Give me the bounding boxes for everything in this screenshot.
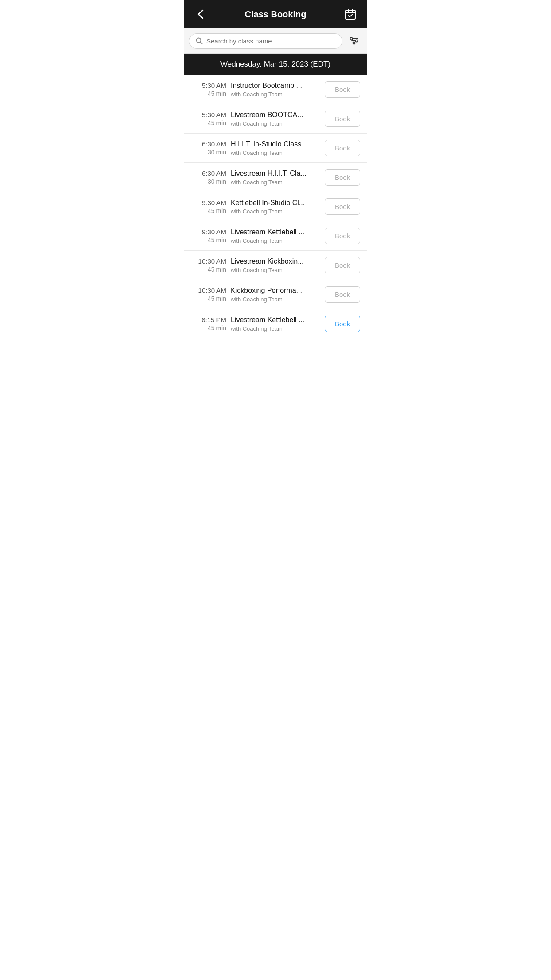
class-time-main: 6:30 AM — [191, 140, 226, 148]
svg-line-5 — [201, 42, 202, 44]
class-time-duration: 45 min — [191, 119, 226, 126]
class-time-duration: 30 min — [191, 149, 226, 156]
svg-point-11 — [353, 42, 355, 44]
search-bar — [184, 28, 367, 54]
svg-rect-0 — [346, 10, 355, 19]
class-name: Livestream Kettlebell ... — [231, 228, 320, 236]
search-input-wrapper[interactable] — [189, 33, 342, 49]
class-time: 10:30 AM 45 min — [191, 287, 226, 302]
class-time-duration: 45 min — [191, 266, 226, 273]
class-name: H.I.I.T. In-Studio Class — [231, 140, 320, 148]
book-button[interactable]: Book — [325, 228, 360, 244]
class-info: Kettlebell In-Studio Cl... with Coaching… — [231, 199, 320, 215]
class-name: Livestream Kickboxin... — [231, 257, 320, 265]
class-row: 6:30 AM 30 min Livestream H.I.I.T. Cla..… — [184, 163, 367, 192]
class-name: Livestream H.I.I.T. Cla... — [231, 170, 320, 178]
book-button[interactable]: Book — [325, 140, 360, 156]
class-time: 10:30 AM 45 min — [191, 257, 226, 273]
class-time: 5:30 AM 45 min — [191, 82, 226, 97]
class-row: 6:15 PM 45 min Livestream Kettlebell ...… — [184, 309, 367, 338]
class-name: Livestream Kettlebell ... — [231, 316, 320, 324]
class-info: H.I.I.T. In-Studio Class with Coaching T… — [231, 140, 320, 156]
class-name: Livestream BOOTCA... — [231, 111, 320, 119]
class-instructor: with Coaching Team — [231, 296, 320, 303]
class-row: 10:30 AM 45 min Livestream Kickboxin... … — [184, 251, 367, 280]
class-time-main: 10:30 AM — [191, 257, 226, 265]
class-time-duration: 45 min — [191, 324, 226, 332]
class-time-duration: 45 min — [191, 90, 226, 97]
book-button[interactable]: Book — [325, 316, 360, 332]
class-info: Livestream Kickboxin... with Coaching Te… — [231, 257, 320, 273]
book-button[interactable]: Book — [325, 257, 360, 273]
class-time: 5:30 AM 45 min — [191, 111, 226, 126]
class-info: Livestream Kettlebell ... with Coaching … — [231, 316, 320, 332]
class-info: Livestream Kettlebell ... with Coaching … — [231, 228, 320, 244]
svg-point-10 — [356, 40, 358, 42]
page-title: Class Booking — [209, 9, 342, 20]
svg-point-9 — [350, 38, 353, 40]
class-time-main: 10:30 AM — [191, 287, 226, 294]
class-instructor: with Coaching Team — [231, 91, 320, 98]
class-time: 9:30 AM 45 min — [191, 228, 226, 244]
search-input[interactable] — [206, 37, 336, 45]
class-row: 5:30 AM 45 min Livestream BOOTCA... with… — [184, 104, 367, 134]
class-row: 9:30 AM 45 min Kettlebell In-Studio Cl..… — [184, 192, 367, 221]
book-button[interactable]: Book — [325, 169, 360, 186]
class-name: Kettlebell In-Studio Cl... — [231, 199, 320, 207]
class-instructor: with Coaching Team — [231, 120, 320, 127]
class-info: Kickboxing Performa... with Coaching Tea… — [231, 287, 320, 303]
book-button[interactable]: Book — [325, 111, 360, 127]
book-button[interactable]: Book — [325, 198, 360, 215]
class-time: 6:30 AM 30 min — [191, 170, 226, 185]
class-instructor: with Coaching Team — [231, 179, 320, 186]
class-instructor: with Coaching Team — [231, 267, 320, 273]
class-time-duration: 45 min — [191, 295, 226, 302]
class-time-main: 5:30 AM — [191, 82, 226, 89]
filter-icon[interactable] — [346, 33, 362, 49]
book-button[interactable]: Book — [325, 81, 360, 98]
book-button[interactable]: Book — [325, 286, 360, 303]
class-name: Kickboxing Performa... — [231, 287, 320, 295]
class-info: Livestream BOOTCA... with Coaching Team — [231, 111, 320, 127]
class-name: Instructor Bootcamp ... — [231, 82, 320, 90]
class-time-main: 6:30 AM — [191, 170, 226, 177]
class-time-main: 9:30 AM — [191, 199, 226, 206]
class-row: 6:30 AM 30 min H.I.I.T. In-Studio Class … — [184, 134, 367, 163]
class-instructor: with Coaching Team — [231, 325, 320, 332]
class-info: Livestream H.I.I.T. Cla... with Coaching… — [231, 170, 320, 186]
class-time: 6:15 PM 45 min — [191, 316, 226, 332]
class-row: 5:30 AM 45 min Instructor Bootcamp ... w… — [184, 75, 367, 104]
class-row: 9:30 AM 45 min Livestream Kettlebell ...… — [184, 221, 367, 251]
date-header: Wednesday, Mar 15, 2023 (EDT) — [184, 54, 367, 75]
class-time-main: 9:30 AM — [191, 228, 226, 236]
class-list: 5:30 AM 45 min Instructor Bootcamp ... w… — [184, 75, 367, 338]
class-time-duration: 45 min — [191, 237, 226, 244]
class-row: 10:30 AM 45 min Kickboxing Performa... w… — [184, 280, 367, 309]
class-time-duration: 30 min — [191, 178, 226, 185]
class-instructor: with Coaching Team — [231, 150, 320, 156]
search-icon — [196, 37, 203, 44]
class-info: Instructor Bootcamp ... with Coaching Te… — [231, 82, 320, 98]
class-time-main: 6:15 PM — [191, 316, 226, 324]
class-instructor: with Coaching Team — [231, 208, 320, 215]
class-time-main: 5:30 AM — [191, 111, 226, 119]
back-button[interactable] — [193, 6, 209, 22]
class-instructor: with Coaching Team — [231, 237, 320, 244]
class-time: 6:30 AM 30 min — [191, 140, 226, 156]
calendar-check-icon[interactable] — [342, 6, 358, 22]
class-time: 9:30 AM 45 min — [191, 199, 226, 214]
class-time-duration: 45 min — [191, 207, 226, 214]
header: Class Booking — [184, 0, 367, 28]
